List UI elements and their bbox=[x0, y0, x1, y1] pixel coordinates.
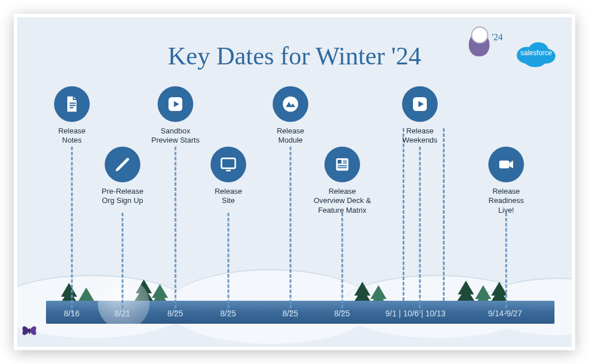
milestone-label: ReleaseWeekends bbox=[388, 127, 452, 145]
milestone-label: Pre-ReleaseOrg Sign Up bbox=[91, 187, 154, 206]
milestone-release-site: ReleaseSite bbox=[197, 147, 260, 206]
card-frame: Key Dates for Winter '24 '24 salesforce bbox=[14, 14, 575, 350]
play-icon bbox=[402, 86, 438, 122]
milestone-label: ReleaseModule bbox=[259, 127, 322, 145]
svg-rect-5 bbox=[70, 105, 76, 106]
connector-line bbox=[506, 213, 507, 313]
connector-line bbox=[122, 213, 124, 313]
milestone-pre-release-org: Pre-ReleaseOrg Sign Up bbox=[91, 147, 154, 206]
connector-line bbox=[419, 147, 421, 313]
milestone-sandbox-preview: SandboxPreview Starts bbox=[144, 86, 207, 145]
date-label: 8/25 bbox=[167, 309, 183, 318]
document-icon bbox=[54, 86, 90, 122]
weekend-line-3 bbox=[443, 128, 445, 301]
milestone-label: SandboxPreview Starts bbox=[144, 127, 207, 145]
milestone-label: ReleaseOverview Deck &Feature Matrix bbox=[311, 187, 374, 215]
trailhead-icon bbox=[273, 86, 308, 122]
svg-rect-9 bbox=[226, 170, 231, 171]
grid-icon bbox=[324, 147, 360, 182]
svg-rect-4 bbox=[70, 102, 76, 104]
moon-glow bbox=[98, 278, 150, 329]
connector-line bbox=[290, 147, 292, 313]
milestone-overview-deck: ReleaseOverview Deck &Feature Matrix bbox=[311, 147, 374, 215]
milestone-release-weekends: ReleaseWeekends bbox=[388, 86, 452, 145]
svg-rect-14 bbox=[343, 163, 347, 164]
weekend-line-1 bbox=[403, 128, 404, 301]
date-label: 9/1 | 10/6 | 10/13 bbox=[385, 309, 446, 318]
date-label: 8/16 bbox=[64, 309, 79, 318]
milestone-release-module: ReleaseModule bbox=[259, 86, 322, 145]
butterfly-icon bbox=[21, 324, 38, 338]
connector-line bbox=[175, 147, 177, 313]
milestone-label: Release ReadinessLive! bbox=[475, 187, 538, 215]
canvas: Key Dates for Winter '24 '24 salesforce bbox=[17, 17, 572, 347]
connector-line bbox=[71, 147, 73, 313]
connector-line bbox=[228, 213, 230, 313]
date-label: 8/21 bbox=[114, 309, 130, 318]
svg-rect-12 bbox=[338, 160, 342, 164]
pencil-icon bbox=[105, 147, 140, 182]
date-label: 8/25 bbox=[282, 309, 298, 318]
release-year: '24 bbox=[492, 32, 503, 43]
milestone-release-notes: ReleaseNotes bbox=[40, 86, 104, 145]
date-label: 9/14-9/27 bbox=[488, 309, 522, 318]
salesforce-label: salesforce bbox=[521, 49, 552, 57]
milestone-label: ReleaseSite bbox=[197, 187, 260, 206]
svg-rect-18 bbox=[499, 160, 509, 168]
svg-point-10 bbox=[283, 97, 299, 112]
monitor-icon bbox=[211, 147, 246, 182]
milestone-readiness-live: Release ReadinessLive! bbox=[475, 147, 538, 215]
play-icon bbox=[158, 86, 193, 122]
svg-rect-15 bbox=[338, 165, 347, 166]
winter24-badge: '24 bbox=[468, 32, 503, 67]
video-icon bbox=[488, 147, 524, 182]
connector-line bbox=[342, 213, 343, 313]
date-label: 8/25 bbox=[334, 309, 350, 318]
page-title: Key Dates for Winter '24 bbox=[168, 41, 421, 71]
mascot-icon bbox=[469, 32, 489, 56]
date-label: 8/25 bbox=[220, 309, 236, 318]
milestone-label: ReleaseNotes bbox=[40, 127, 104, 145]
svg-rect-16 bbox=[338, 167, 347, 168]
svg-rect-8 bbox=[221, 158, 235, 168]
salesforce-logo: salesforce bbox=[512, 37, 560, 69]
svg-rect-13 bbox=[343, 160, 347, 162]
svg-rect-6 bbox=[70, 107, 74, 108]
svg-rect-19 bbox=[29, 328, 30, 334]
